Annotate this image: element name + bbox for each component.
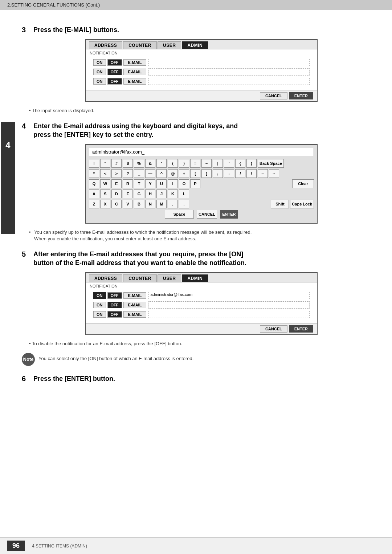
key-p[interactable]: P — [190, 179, 200, 188]
key-lt[interactable]: < — [100, 169, 110, 178]
space-key[interactable]: Space — [165, 210, 194, 219]
step5-btn-off-1[interactable]: OFF — [107, 292, 122, 299]
step5-btn-email-3[interactable]: E-MAIL — [123, 311, 147, 318]
step5-tab-admin[interactable]: ADMIN — [182, 274, 208, 282]
key-k[interactable]: K — [168, 190, 178, 198]
key-backslash[interactable]: \ — [246, 169, 257, 178]
key-dash[interactable]: — — [145, 169, 155, 178]
btn-on-3[interactable]: ON — [93, 78, 106, 85]
key-g[interactable]: G — [134, 190, 144, 198]
btn-on-2[interactable]: ON — [93, 69, 106, 75]
tab-user[interactable]: USER — [158, 41, 181, 49]
email-input-2[interactable] — [148, 68, 310, 76]
step5-email-input-2[interactable] — [148, 301, 310, 309]
key-i[interactable]: I — [168, 179, 178, 188]
clear-key[interactable]: Clear — [292, 179, 314, 188]
tab-admin[interactable]: ADMIN — [182, 41, 208, 49]
shift-key[interactable]: Shift — [271, 200, 289, 208]
key-e[interactable]: E — [111, 179, 122, 188]
key-w[interactable]: W — [100, 179, 110, 188]
key-l[interactable]: L — [179, 190, 189, 198]
keyboard-cancel-button[interactable]: CANCEL — [197, 210, 217, 219]
step5-btn-on-2[interactable]: ON — [93, 302, 106, 308]
key-rbrace[interactable]: } — [246, 159, 257, 168]
key-lbracket[interactable]: [ — [190, 169, 200, 178]
key-dollar[interactable]: $ — [123, 159, 133, 168]
btn-email-3[interactable]: E-MAIL — [123, 78, 147, 85]
btn-email-2[interactable]: E-MAIL — [123, 69, 147, 75]
key-question[interactable]: ? — [123, 169, 133, 178]
keyboard-input[interactable]: administrator@ifax.com_ — [89, 148, 314, 156]
step5-btn-off-3[interactable]: OFF — [107, 311, 122, 318]
btn-off-2[interactable]: OFF — [107, 69, 122, 75]
key-t[interactable]: T — [134, 179, 144, 188]
step5-btn-on-3[interactable]: ON — [93, 311, 106, 318]
step5-email-input-3[interactable] — [148, 311, 310, 318]
key-star[interactable]: * — [89, 169, 99, 178]
tab-address[interactable]: ADDRESS — [89, 41, 122, 49]
key-q[interactable]: Q — [89, 179, 99, 188]
key-m[interactable]: M — [156, 200, 167, 208]
key-exclaim[interactable]: ! — [89, 159, 99, 168]
step5-email-input-1[interactable]: administrator@ifax.com — [148, 292, 310, 299]
btn-off-1[interactable]: OFF — [107, 59, 122, 66]
btn-email-1[interactable]: E-MAIL — [123, 59, 147, 66]
step5-tab-counter[interactable]: COUNTER — [123, 274, 157, 282]
step5-btn-email-2[interactable]: E-MAIL — [123, 302, 147, 308]
key-rparen[interactable]: ) — [179, 159, 189, 168]
tab-counter[interactable]: COUNTER — [123, 41, 157, 49]
key-u[interactable]: U — [156, 179, 167, 188]
step5-cancel-button[interactable]: CANCEL — [260, 325, 287, 333]
key-amp[interactable]: & — [145, 159, 155, 168]
key-backtick[interactable]: ` — [224, 159, 234, 168]
key-plus[interactable]: + — [179, 169, 189, 178]
key-slash[interactable]: / — [235, 169, 245, 178]
btn-off-3[interactable]: OFF — [107, 78, 122, 85]
step5-btn-on-1[interactable]: ON — [93, 292, 106, 299]
key-rbracket[interactable]: ] — [201, 169, 212, 178]
key-left-arrow[interactable]: ← — [258, 169, 268, 178]
key-colon[interactable]: : — [224, 169, 234, 178]
key-percent[interactable]: % — [134, 159, 144, 168]
key-comma[interactable]: , — [168, 200, 178, 208]
key-y[interactable]: Y — [145, 179, 155, 188]
key-d[interactable]: D — [111, 190, 122, 198]
key-lbrace[interactable]: { — [235, 159, 245, 168]
keyboard-enter-button[interactable]: ENTER — [220, 210, 238, 219]
key-lparen[interactable]: ( — [168, 159, 178, 168]
key-hash[interactable]: # — [111, 159, 122, 168]
key-r[interactable]: R — [123, 179, 133, 188]
step5-btn-email-1[interactable]: E-MAIL — [123, 292, 147, 299]
key-gt[interactable]: > — [111, 169, 122, 178]
email-input-3[interactable] — [148, 78, 310, 85]
key-at[interactable]: @ — [168, 169, 178, 178]
key-caret[interactable]: ^ — [156, 169, 167, 178]
key-f[interactable]: F — [123, 190, 133, 198]
key-n[interactable]: N — [145, 200, 155, 208]
key-h[interactable]: H — [145, 190, 155, 198]
email-input-1[interactable] — [148, 59, 310, 66]
key-underscore[interactable]: _ — [134, 169, 144, 178]
key-right-arrow[interactable]: → — [269, 169, 279, 178]
key-b[interactable]: B — [134, 200, 144, 208]
key-s[interactable]: S — [100, 190, 110, 198]
step5-tab-address[interactable]: ADDRESS — [89, 274, 122, 282]
key-quote[interactable]: " — [100, 159, 110, 168]
key-o[interactable]: O — [179, 179, 189, 188]
key-pipe[interactable]: | — [213, 159, 223, 168]
key-a[interactable]: A — [89, 190, 99, 198]
step5-btn-off-2[interactable]: OFF — [107, 302, 122, 308]
key-j[interactable]: J — [156, 190, 167, 198]
step5-tab-user[interactable]: USER — [158, 274, 181, 282]
key-equals[interactable]: = — [190, 159, 200, 168]
step5-enter-button[interactable]: ENTER — [289, 325, 313, 333]
key-x[interactable]: X — [100, 200, 110, 208]
enter-button[interactable]: ENTER — [289, 92, 313, 99]
key-period[interactable]: . — [179, 200, 189, 208]
key-apos[interactable]: ' — [156, 159, 167, 168]
btn-on-1[interactable]: ON — [93, 59, 106, 66]
key-tilde[interactable]: ~ — [201, 159, 212, 168]
capslock-key[interactable]: Caps Lock — [290, 200, 314, 208]
key-v[interactable]: V — [123, 200, 133, 208]
backspace-key[interactable]: Back Space — [258, 159, 284, 168]
